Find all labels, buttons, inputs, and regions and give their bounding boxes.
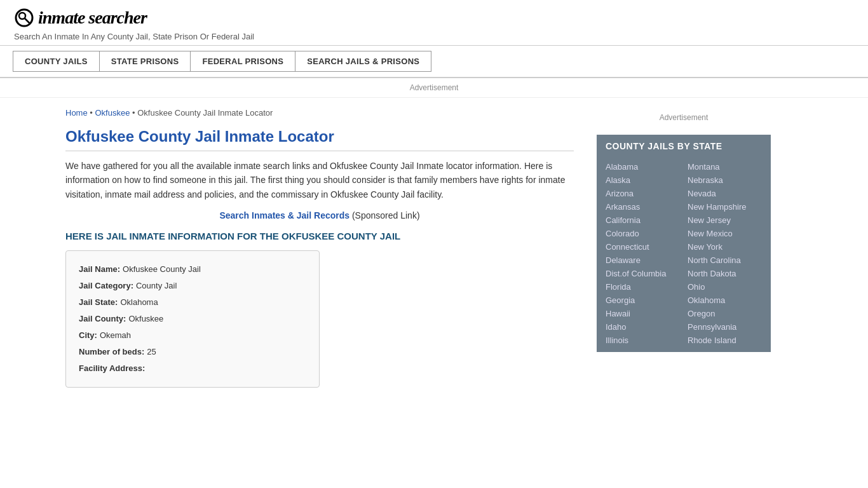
sponsored-note: (Sponsored Link) <box>352 210 420 220</box>
state-link-new-mexico[interactable]: New Mexico <box>684 227 766 240</box>
label-name: Jail Name: <box>79 261 120 278</box>
nav-state-prisons[interactable]: STATE PRISONS <box>99 51 191 72</box>
states-col-right: MontanaNebraskaNevadaNew HampshireNew Je… <box>684 160 766 347</box>
nav-inner: COUNTY JAILS STATE PRISONS FEDERAL PRISO… <box>13 51 855 72</box>
state-link-idaho[interactable]: Idaho <box>602 320 684 334</box>
state-link-california[interactable]: California <box>602 214 684 227</box>
ad-top-banner: Advertisement <box>0 78 868 98</box>
state-link-arizona[interactable]: Arizona <box>602 187 684 200</box>
nav-county-jails[interactable]: COUNTY JAILS <box>13 51 99 72</box>
state-link-north-carolina[interactable]: North Carolina <box>684 254 766 267</box>
state-grid: AlabamaAlaskaArizonaArkansasCaliforniaCo… <box>597 158 771 352</box>
state-box-title: COUNTY JAILS BY STATE <box>597 135 771 158</box>
state-link-illinois[interactable]: Illinois <box>602 334 684 347</box>
logo-text: inmate searcher <box>38 8 147 28</box>
breadcrumb-current: Okfuskee County Jail Inmate Locator <box>137 108 273 118</box>
nav-federal-prisons[interactable]: FEDERAL PRISONS <box>190 51 295 72</box>
state-link-new-york[interactable]: New York <box>684 240 766 254</box>
value-beds: 25 <box>147 344 156 360</box>
state-link-oregon[interactable]: Oregon <box>684 307 766 320</box>
state-link-alabama[interactable]: Alabama <box>602 160 684 173</box>
state-link-georgia[interactable]: Georgia <box>602 294 684 307</box>
state-link-oklahoma[interactable]: Oklahoma <box>684 294 766 307</box>
description: We have gathered for you all the availab… <box>65 159 574 201</box>
nav: COUNTY JAILS STATE PRISONS FEDERAL PRISO… <box>0 46 868 78</box>
state-link-colorado[interactable]: Colorado <box>602 227 684 240</box>
info-row-county: Jail County: Okfuskee <box>79 311 306 327</box>
info-row-state: Jail State: Oklahoma <box>79 294 306 311</box>
states-col-left: AlabamaAlaskaArizonaArkansasCaliforniaCo… <box>602 160 684 347</box>
value-category: County Jail <box>136 278 177 294</box>
sponsored-link-area: Search Inmates & Jail Records (Sponsored… <box>65 210 574 220</box>
state-link-nebraska[interactable]: Nebraska <box>684 173 766 187</box>
county-jails-by-state-box: COUNTY JAILS BY STATE AlabamaAlaskaArizo… <box>597 135 771 352</box>
jail-info-box: Jail Name: Okfuskee County Jail Jail Cat… <box>65 250 320 388</box>
tagline: Search An Inmate In Any County Jail, Sta… <box>14 32 855 41</box>
sponsored-link[interactable]: Search Inmates & Jail Records <box>219 210 349 220</box>
state-link-hawaii[interactable]: Hawaii <box>602 307 684 320</box>
state-link-north-dakota[interactable]: North Dakota <box>684 267 766 280</box>
label-city: City: <box>79 327 97 344</box>
value-city: Okemah <box>100 327 131 344</box>
state-link-new-jersey[interactable]: New Jersey <box>684 214 766 227</box>
label-address: Facility Address: <box>79 360 145 377</box>
label-county: Jail County: <box>79 311 126 327</box>
logo-icon <box>13 6 36 29</box>
state-link-connecticut[interactable]: Connecticut <box>602 240 684 254</box>
state-link-rhode-island[interactable]: Rhode Island <box>684 334 766 347</box>
breadcrumb-sep1: • <box>90 108 93 118</box>
breadcrumb-home[interactable]: Home <box>65 108 88 118</box>
state-link-dist-of-columbia[interactable]: Dist.of Columbia <box>602 267 684 280</box>
info-row-name: Jail Name: Okfuskee County Jail <box>79 261 306 278</box>
logo-text-content: inmate searcher <box>38 8 147 27</box>
state-link-arkansas[interactable]: Arkansas <box>602 200 684 214</box>
breadcrumb-okfuskee[interactable]: Okfuskee <box>95 108 130 118</box>
info-row-city: City: Okemah <box>79 327 306 344</box>
page-title: Okfuskee County Jail Inmate Locator <box>65 128 574 151</box>
label-beds: Number of beds: <box>79 344 144 360</box>
state-link-pennsylvania[interactable]: Pennsylvania <box>684 320 766 334</box>
breadcrumb: Home • Okfuskee • Okfuskee County Jail I… <box>65 108 574 118</box>
info-row-address: Facility Address: <box>79 360 306 377</box>
breadcrumb-sep2: • <box>132 108 137 118</box>
info-row-category: Jail Category: County Jail <box>79 278 306 294</box>
sidebar: Advertisement COUNTY JAILS BY STATE Alab… <box>587 98 771 400</box>
logo-area: inmate searcher <box>13 6 855 29</box>
section-heading: HERE IS JAIL INMATE INFORMATION FOR THE … <box>65 231 574 241</box>
info-row-beds: Number of beds: 25 <box>79 344 306 360</box>
state-link-alaska[interactable]: Alaska <box>602 173 684 187</box>
state-link-florida[interactable]: Florida <box>602 280 684 294</box>
value-state: Oklahoma <box>120 294 158 311</box>
sidebar-ad: Advertisement <box>597 108 771 127</box>
value-county: Okfuskee <box>128 311 163 327</box>
state-link-nevada[interactable]: Nevada <box>684 187 766 200</box>
state-link-new-hampshire[interactable]: New Hampshire <box>684 200 766 214</box>
nav-search-jails[interactable]: SEARCH JAILS & PRISONS <box>295 51 431 72</box>
state-link-ohio[interactable]: Ohio <box>684 280 766 294</box>
main-layout: Home • Okfuskee • Okfuskee County Jail I… <box>53 98 815 400</box>
label-state: Jail State: <box>79 294 118 311</box>
state-link-montana[interactable]: Montana <box>684 160 766 173</box>
content-area: Home • Okfuskee • Okfuskee County Jail I… <box>65 98 587 400</box>
state-link-delaware[interactable]: Delaware <box>602 254 684 267</box>
label-category: Jail Category: <box>79 278 133 294</box>
header: inmate searcher Search An Inmate In Any … <box>0 0 868 46</box>
value-name: Okfuskee County Jail <box>123 261 201 278</box>
